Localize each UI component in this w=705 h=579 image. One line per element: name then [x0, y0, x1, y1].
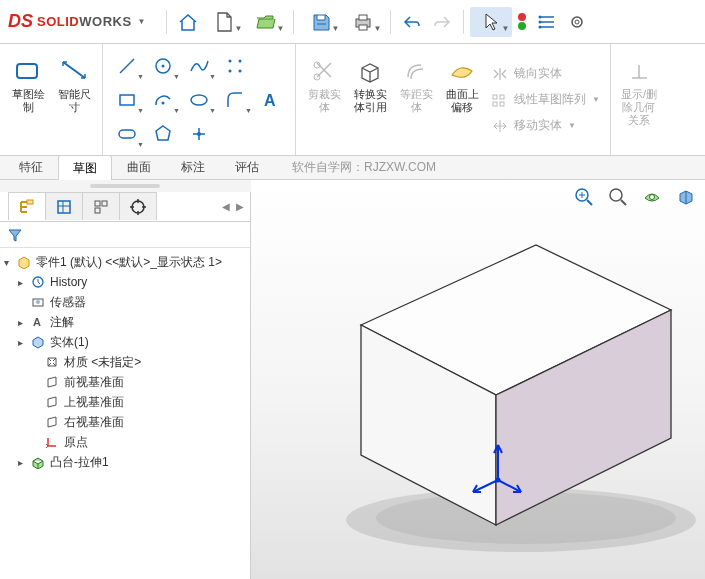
line-button[interactable]: ▼ — [109, 49, 145, 83]
trim-button[interactable]: 剪裁实 体 — [302, 50, 346, 150]
tab-sketch[interactable]: 草图 — [58, 155, 112, 180]
home-button[interactable] — [173, 7, 203, 37]
rectangle-button[interactable]: ▼ — [109, 83, 145, 117]
options-button[interactable] — [532, 7, 562, 37]
point-grid-button[interactable] — [217, 49, 253, 83]
open-button[interactable]: ▼ — [245, 7, 287, 37]
slot-icon — [116, 126, 138, 142]
circle-button[interactable]: ▼ — [145, 49, 181, 83]
expand-icon[interactable]: ▸ — [14, 457, 26, 468]
chevron-down-icon[interactable]: ▼ — [138, 17, 146, 26]
rebuild-status-icon[interactable] — [518, 13, 526, 30]
svg-rect-1 — [359, 15, 367, 20]
svg-rect-2 — [359, 25, 367, 30]
label: 草图绘 制 — [12, 88, 45, 114]
plane-icon — [45, 375, 59, 389]
point-button[interactable] — [181, 117, 217, 151]
svg-point-17 — [191, 95, 207, 105]
tree-origin[interactable]: 原点 — [0, 432, 250, 452]
model-3d-box — [251, 180, 705, 579]
select-button[interactable]: ▼ — [470, 7, 512, 37]
dimxpert-tab[interactable] — [119, 192, 157, 220]
ribbon: 草图绘 制 智能尺 寸 ▼ ▼ ▼ ▼ ▼ ▼ ▼ A ▼ 剪裁实 体 — [0, 44, 705, 156]
tree-material[interactable]: 材质 <未指定> — [0, 352, 250, 372]
redo-button[interactable] — [427, 7, 457, 37]
tree-history[interactable]: ▸History — [0, 272, 250, 292]
convert-entities-button[interactable]: 转换实 体引用 — [348, 50, 392, 150]
tree-front-plane[interactable]: 前视基准面 — [0, 372, 250, 392]
text-button[interactable]: A — [253, 83, 289, 117]
config-tab[interactable] — [82, 192, 120, 220]
ribbon-group-relations: 显示/删 除几何 关系 — [611, 44, 667, 155]
move-entities-button[interactable]: 移动实体▼ — [486, 113, 604, 139]
tab-evaluate[interactable]: 评估 — [220, 154, 274, 179]
svg-rect-29 — [90, 184, 160, 188]
tree-annotations[interactable]: ▸A注解 — [0, 312, 250, 332]
chevron-down-icon: ▼ — [332, 24, 340, 33]
surface-offset-button[interactable]: 曲面上 偏移 — [440, 50, 484, 150]
tree-extrude[interactable]: ▸凸台-拉伸1 — [0, 452, 250, 472]
print-button[interactable]: ▼ — [342, 7, 384, 37]
arc-button[interactable]: ▼ — [145, 83, 181, 117]
tree-top-plane[interactable]: 上视基准面 — [0, 392, 250, 412]
svg-text:A: A — [264, 92, 276, 109]
spline-button[interactable]: ▼ — [181, 49, 217, 83]
new-button[interactable]: ▼ — [203, 7, 245, 37]
rectangle-icon — [116, 90, 138, 110]
svg-rect-34 — [95, 208, 100, 213]
tree-solid-bodies[interactable]: ▸实体(1) — [0, 332, 250, 352]
linear-pattern-button[interactable]: 线性草图阵列▼ — [486, 87, 604, 113]
svg-point-5 — [538, 25, 541, 28]
label: 剪裁实 体 — [308, 88, 341, 114]
feature-tree-tab[interactable] — [8, 192, 46, 220]
label: 上视基准面 — [64, 394, 124, 411]
sketch-button[interactable]: 草图绘 制 — [6, 50, 50, 150]
property-tab[interactable] — [45, 192, 83, 220]
smart-dimension-button[interactable]: 智能尺 寸 — [52, 50, 96, 150]
panel-next[interactable]: ▶ — [234, 199, 246, 214]
tree-right-plane[interactable]: 右视基准面 — [0, 412, 250, 432]
panel-prev[interactable]: ◀ — [220, 199, 232, 214]
text-icon: A — [260, 89, 282, 111]
point-icon — [189, 124, 209, 144]
polygon-button[interactable] — [145, 117, 181, 151]
collapse-icon[interactable]: ▾ — [0, 257, 12, 268]
expand-icon[interactable]: ▸ — [14, 337, 26, 348]
tab-features[interactable]: 特征 — [4, 154, 58, 179]
expand-icon[interactable]: ▸ — [14, 317, 26, 328]
svg-marker-20 — [156, 126, 170, 140]
fillet-button[interactable]: ▼ — [217, 83, 253, 117]
expand-icon[interactable]: ▸ — [14, 277, 26, 288]
tab-annotate[interactable]: 标注 — [166, 154, 220, 179]
scissors-icon — [311, 59, 337, 83]
move-icon — [491, 118, 509, 134]
undo-button[interactable] — [397, 7, 427, 37]
save-icon — [311, 12, 331, 32]
tree-root[interactable]: ▾零件1 (默认) <<默认>_显示状态 1> — [0, 252, 250, 272]
panel-grip[interactable] — [0, 180, 251, 192]
svg-point-38 — [36, 300, 40, 304]
note-icon: A — [31, 315, 45, 329]
chevron-down-icon: ▼ — [277, 24, 285, 33]
save-button[interactable]: ▼ — [300, 7, 342, 37]
perpendicular-icon — [627, 60, 651, 82]
graphics-viewport[interactable] — [251, 180, 705, 579]
svg-point-3 — [538, 15, 541, 18]
settings-button[interactable] — [562, 7, 592, 37]
mirror-entities-button[interactable]: 镜向实体 — [486, 61, 604, 87]
plane-icon — [45, 415, 59, 429]
panel-tabs: ◀▶ — [0, 192, 250, 222]
display-relations-button[interactable]: 显示/删 除几何 关系 — [617, 50, 661, 150]
home-icon — [177, 11, 199, 33]
cube-icon — [356, 58, 384, 84]
material-icon — [45, 355, 59, 369]
tab-surface[interactable]: 曲面 — [112, 154, 166, 179]
offset-entities-button[interactable]: 等距实 体 — [394, 50, 438, 150]
slot-button[interactable]: ▼ — [109, 117, 145, 151]
ellipse-button[interactable]: ▼ — [181, 83, 217, 117]
label: 线性草图阵列 — [514, 91, 586, 108]
funnel-icon[interactable] — [6, 227, 24, 243]
app-logo: DS SOLIDWORKS ▼ — [8, 11, 146, 32]
list-icon — [537, 12, 557, 32]
tree-sensors[interactable]: 传感器 — [0, 292, 250, 312]
